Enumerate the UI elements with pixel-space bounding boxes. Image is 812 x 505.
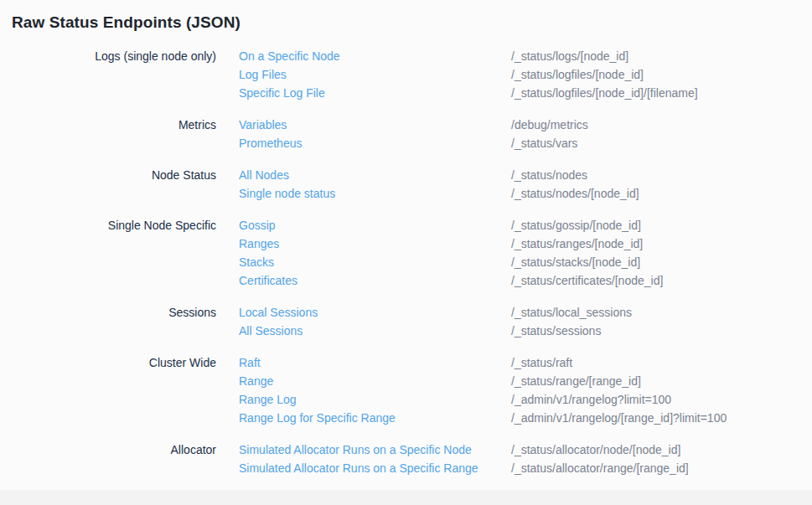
endpoint-group: Single Node SpecificGossipRangesStacksCe… (0, 216, 812, 290)
group-label: Sessions (0, 303, 216, 340)
endpoint-path: /_status/logfiles/[node_id] (511, 65, 812, 84)
endpoint-link[interactable]: Log Files (239, 65, 287, 84)
endpoint-link[interactable]: Single node status (239, 184, 335, 203)
endpoint-group: Cluster WideRaftRangeRange LogRange Log … (0, 353, 812, 427)
endpoint-path: /_status/stacks/[node_id] (511, 253, 812, 271)
endpoint-paths-column: /_status/logs/[node_id]/_status/logfiles… (511, 47, 812, 102)
endpoint-link[interactable]: Stacks (239, 253, 274, 271)
endpoint-path: /_admin/v1/rangelog?limit=100 (511, 390, 812, 409)
endpoint-link[interactable]: Prometheus (239, 134, 302, 152)
endpoint-link[interactable]: Local Sessions (239, 303, 318, 322)
endpoint-path: /_status/allocator/range/[range_id] (511, 459, 812, 477)
endpoint-group: SessionsLocal SessionsAll Sessions/_stat… (0, 303, 812, 340)
endpoint-path: /_status/logfiles/[node_id]/[filename] (511, 84, 812, 102)
endpoint-path: /_status/nodes (511, 166, 812, 184)
endpoint-group: Node StatusAll NodesSingle node status/_… (0, 166, 812, 203)
endpoint-link[interactable]: All Nodes (239, 166, 289, 184)
endpoint-path: /_status/sessions (511, 322, 812, 340)
endpoint-groups: Logs (single node only)On a Specific Nod… (0, 47, 812, 477)
endpoint-path: /_status/certificates/[node_id] (511, 271, 812, 290)
group-label: Metrics (0, 116, 216, 152)
group-label: Node Status (0, 166, 216, 203)
group-label: Allocator (0, 441, 216, 477)
endpoint-links-column: GossipRangesStacksCertificates (216, 216, 511, 290)
endpoint-path: /_status/logs/[node_id] (511, 47, 812, 65)
endpoint-link[interactable]: Simulated Allocator Runs on a Specific N… (239, 441, 472, 459)
endpoint-link[interactable]: Simulated Allocator Runs on a Specific R… (239, 459, 478, 477)
endpoint-path: /_status/nodes/[node_id] (511, 184, 812, 203)
endpoint-links-column: On a Specific NodeLog FilesSpecific Log … (216, 47, 511, 102)
endpoint-paths-column: /_status/raft/_status/range/[range_id]/_… (511, 353, 812, 427)
endpoint-path: /_status/local_sessions (511, 303, 812, 322)
endpoint-link[interactable]: Range Log (239, 390, 297, 409)
endpoint-link[interactable]: Range (239, 372, 273, 390)
endpoint-link[interactable]: On a Specific Node (239, 47, 340, 65)
group-label: Single Node Specific (0, 216, 216, 290)
footer-strip (0, 490, 812, 505)
group-label: Logs (single node only) (0, 47, 216, 102)
endpoint-links-column: All NodesSingle node status (216, 166, 511, 203)
endpoint-group: Logs (single node only)On a Specific Nod… (0, 47, 812, 102)
endpoint-group: MetricsVariablesPrometheus/debug/metrics… (0, 116, 812, 152)
endpoint-paths-column: /_status/nodes/_status/nodes/[node_id] (511, 166, 812, 203)
endpoint-path: /_status/range/[range_id] (511, 372, 812, 390)
endpoint-path: /_status/raft (511, 353, 812, 372)
endpoint-link[interactable]: Ranges (239, 234, 279, 253)
page-title: Raw Status Endpoints (JSON) (12, 12, 812, 33)
endpoint-path: /_admin/v1/rangelog/[range_id]?limit=100 (511, 409, 812, 427)
endpoint-link[interactable]: Variables (239, 116, 287, 134)
raw-status-endpoints-page: Raw Status Endpoints (JSON) Logs (single… (0, 12, 812, 477)
endpoint-link[interactable]: Raft (239, 353, 261, 372)
endpoint-path: /debug/metrics (511, 116, 812, 134)
endpoint-links-column: Simulated Allocator Runs on a Specific N… (216, 441, 511, 477)
endpoint-path: /_status/allocator/node/[node_id] (511, 441, 812, 459)
group-label: Cluster Wide (0, 353, 216, 427)
endpoint-group: AllocatorSimulated Allocator Runs on a S… (0, 441, 812, 477)
endpoint-paths-column: /debug/metrics/_status/vars (511, 116, 812, 152)
endpoint-links-column: Local SessionsAll Sessions (216, 303, 511, 340)
endpoint-link[interactable]: Certificates (239, 271, 297, 290)
endpoint-path: /_status/gossip/[node_id] (511, 216, 812, 234)
endpoint-paths-column: /_status/local_sessions/_status/sessions (511, 303, 812, 340)
endpoint-link[interactable]: All Sessions (239, 322, 303, 340)
endpoint-links-column: RaftRangeRange LogRange Log for Specific… (216, 353, 511, 427)
endpoint-link[interactable]: Specific Log File (239, 84, 325, 102)
endpoint-paths-column: /_status/gossip/[node_id]/_status/ranges… (511, 216, 812, 290)
endpoint-link[interactable]: Gossip (239, 216, 276, 234)
endpoint-path: /_status/ranges/[node_id] (511, 234, 812, 253)
endpoint-links-column: VariablesPrometheus (216, 116, 511, 152)
endpoint-link[interactable]: Range Log for Specific Range (239, 409, 396, 427)
endpoint-path: /_status/vars (511, 134, 812, 152)
endpoint-paths-column: /_status/allocator/node/[node_id]/_statu… (511, 441, 812, 477)
